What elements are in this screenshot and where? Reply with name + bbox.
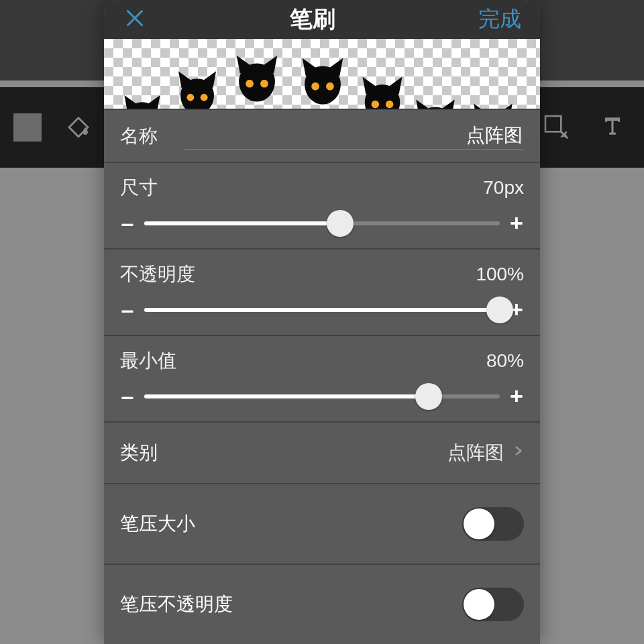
slider-section: 最小值 80% – +	[104, 335, 540, 421]
done-button[interactable]: 完成	[478, 5, 521, 34]
svg-point-5	[201, 94, 208, 101]
plus-button[interactable]: +	[509, 383, 524, 409]
slider-thumb[interactable]	[486, 297, 513, 323]
brush-stamp	[117, 91, 167, 109]
svg-point-10	[372, 101, 379, 108]
minus-button[interactable]: –	[120, 297, 135, 323]
brush-stamp	[409, 95, 462, 109]
svg-point-6	[246, 80, 254, 88]
slider-section: 尺寸 70px – +	[104, 162, 540, 248]
category-value: 点阵图	[447, 440, 504, 466]
svg-point-9	[326, 83, 334, 91]
slider-track[interactable]	[144, 394, 500, 398]
name-row: 名称	[104, 109, 540, 162]
transform-icon[interactable]	[542, 113, 569, 142]
name-input[interactable]	[184, 122, 524, 150]
close-icon[interactable]	[123, 6, 147, 33]
color-swatch[interactable]	[13, 113, 42, 142]
category-row[interactable]: 类别 点阵图	[104, 421, 540, 483]
brush-stamp	[466, 99, 520, 109]
svg-point-4	[186, 94, 194, 101]
slider-label: 不透明度	[120, 262, 195, 287]
slider-section: 不透明度 100% – +	[104, 248, 540, 335]
brush-stamp	[171, 67, 223, 109]
toggle-section: 笔压大小	[104, 483, 540, 564]
plus-button[interactable]: +	[509, 210, 524, 236]
slider-value: 100%	[476, 264, 524, 285]
toggle-switch[interactable]	[462, 507, 524, 541]
slider-value: 70px	[483, 177, 524, 199]
chevron-right-icon	[512, 441, 524, 465]
slider-track[interactable]	[144, 221, 500, 225]
svg-point-7	[260, 80, 268, 88]
svg-point-8	[311, 83, 319, 91]
brush-panel: 笔刷 完成	[104, 0, 540, 644]
text-tool-icon[interactable]	[600, 113, 625, 142]
brush-preview	[104, 39, 540, 109]
slider-track[interactable]	[144, 308, 500, 312]
toggle-label: 笔压大小	[120, 511, 195, 537]
minus-button[interactable]: –	[120, 383, 135, 409]
slider-label: 最小值	[120, 348, 176, 374]
category-label: 类别	[120, 440, 158, 466]
minus-button[interactable]: –	[120, 210, 135, 236]
panel-title: 笔刷	[290, 4, 335, 35]
name-label: 名称	[120, 123, 158, 149]
panel-header: 笔刷 完成	[104, 0, 540, 39]
svg-rect-0	[545, 116, 561, 131]
svg-point-11	[386, 101, 393, 108]
slider-label: 尺寸	[120, 175, 158, 201]
slider-thumb[interactable]	[415, 383, 442, 410]
slider-value: 80%	[486, 350, 524, 372]
toggle-label: 笔压不透明度	[120, 592, 233, 617]
brush-stamp	[294, 54, 351, 109]
brush-stamp	[229, 51, 285, 107]
toggle-section: 笔压不透明度	[104, 564, 540, 644]
slider-thumb[interactable]	[327, 210, 354, 237]
brush-stamp	[355, 72, 410, 109]
paint-bucket-icon[interactable]	[64, 112, 93, 143]
toggle-switch[interactable]	[462, 588, 524, 621]
